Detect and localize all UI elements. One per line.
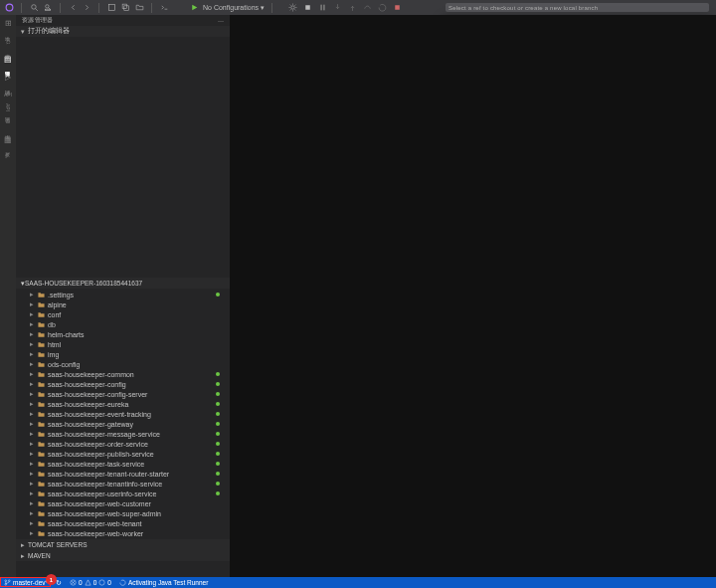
background-task[interactable]: Activating Java Test Runner	[115, 577, 212, 588]
tree-item-label: helm-charts	[48, 331, 85, 338]
extensions-icon[interactable]: ▦	[2, 133, 14, 145]
folder-icon	[37, 350, 45, 358]
quick-input[interactable]: Select a ref to checkout or create a new…	[446, 3, 709, 12]
folder-icon	[37, 509, 45, 517]
tree-item[interactable]: ▸saas-housekeeper-task-service	[16, 459, 230, 469]
svg-point-21	[99, 580, 104, 585]
tree-item[interactable]: ▸helm-charts	[16, 329, 230, 339]
stop-icon[interactable]	[302, 3, 312, 13]
tree-item-label: img	[48, 351, 59, 358]
tree-item[interactable]: ▸saas-housekeeper-gateway	[16, 419, 230, 429]
save-all-icon[interactable]	[120, 3, 130, 13]
toolbar: No Configurations ▾ Select a ref to chec…	[0, 0, 716, 15]
section-maven[interactable]: ▸ MAVEN	[16, 550, 230, 561]
restart-icon[interactable]	[377, 3, 387, 13]
git-modified-dot	[216, 412, 220, 416]
logo-icon[interactable]	[4, 3, 14, 13]
chevron-down-icon: ▾	[21, 28, 28, 36]
step-into-icon[interactable]	[332, 3, 342, 13]
tree-item[interactable]: ▸db	[16, 319, 230, 329]
apps-icon[interactable]: ⊞	[2, 17, 14, 29]
chevron-right-icon: ▸	[30, 400, 37, 408]
section-tomcat[interactable]: ▸ TOMCAT SERVERS	[16, 539, 230, 550]
debug-icon[interactable]: ▷	[2, 71, 14, 83]
tree-item[interactable]: ▸saas-housekeeper-order-service	[16, 439, 230, 449]
tree-item[interactable]: ▸saas-housekeeper-tenant-router-starter	[16, 469, 230, 479]
svg-rect-14	[395, 5, 400, 10]
tree-item[interactable]: ▸conf	[16, 309, 230, 319]
folder-open-icon[interactable]	[134, 3, 144, 13]
svg-marker-9	[192, 5, 197, 11]
tree-item[interactable]: ▸alpine	[16, 299, 230, 309]
tree-item[interactable]: ▸img	[16, 349, 230, 359]
chevron-right-icon: ▸	[30, 390, 37, 398]
tree-item[interactable]: ▸saas-housekeeper-userinfo-service	[16, 489, 230, 498]
git-modified-dot	[216, 452, 220, 456]
search-icon[interactable]	[29, 3, 39, 13]
folder-icon	[37, 300, 45, 308]
run-config-label: No Configurations	[203, 4, 259, 11]
search-in-files-icon[interactable]	[43, 3, 53, 13]
svg-rect-13	[323, 5, 325, 11]
undo-icon[interactable]	[68, 3, 78, 13]
folder-icon	[37, 460, 45, 468]
tree-item-label: db	[48, 321, 56, 328]
gear-icon[interactable]	[287, 3, 297, 13]
tree-item-label: saas-housekeeper-tenantinfo-service	[48, 481, 162, 488]
tree-item-label: saas-housekeeper-web-tenant	[48, 520, 142, 527]
git-modified-dot	[216, 382, 220, 386]
terminate-icon[interactable]	[392, 3, 402, 13]
terminal-icon[interactable]	[159, 3, 169, 13]
git-modified-dot	[216, 392, 220, 396]
tree-item[interactable]: ▸saas-housekeeper-web-customer	[16, 498, 230, 508]
tree-item[interactable]: ▸saas-housekeeper-config-server	[16, 389, 230, 399]
more-icon[interactable]: ⋯	[218, 17, 224, 24]
outline-icon[interactable]: ≡	[2, 115, 14, 127]
tree-item[interactable]: ▸saas-housekeeper-publish-service	[16, 449, 230, 459]
tree-item-label: ods-config	[48, 361, 80, 368]
problems-button[interactable]: 0 0 0	[66, 577, 115, 588]
explorer-panel: 资源管理器 ⋯ ▾ 打开的编辑器 ▾ SAAS-HOUSEKEEPER-1603…	[16, 15, 230, 577]
step-pause-icon[interactable]	[317, 3, 327, 13]
tree-item[interactable]: ▸saas-housekeeper-eureka	[16, 399, 230, 409]
search-icon[interactable]: ⌕	[2, 35, 14, 47]
tree-item[interactable]: ▸saas-housekeeper-web-worker	[16, 528, 230, 538]
tree-item-label: saas-housekeeper-web-super-admin	[48, 510, 161, 517]
folder-icon	[37, 400, 45, 408]
svg-rect-7	[122, 4, 127, 9]
folder-icon	[37, 420, 45, 428]
tree-item-label: saas-housekeeper-task-service	[48, 461, 144, 468]
step-over-icon[interactable]	[362, 3, 372, 13]
tree-item[interactable]: ▸saas-housekeeper-event-tracking	[16, 409, 230, 419]
play-icon[interactable]	[189, 3, 199, 13]
section-project[interactable]: ▾ SAAS-HOUSEKEEPER-1603185441637	[16, 278, 230, 289]
tree-item[interactable]: ▸.settings	[16, 290, 230, 299]
folder-icon	[37, 529, 45, 537]
tree-item[interactable]: ▸saas-housekeeper-web-super-admin	[16, 508, 230, 518]
tree-item[interactable]: ▸saas-housekeeper-config	[16, 379, 230, 389]
chevron-right-icon: ▸	[30, 310, 37, 318]
tree-item-label: saas-housekeeper-eureka	[48, 401, 128, 408]
svg-point-15	[5, 580, 7, 582]
folder-icon	[37, 310, 45, 318]
tree-item[interactable]: ▸saas-housekeeper-common	[16, 369, 230, 379]
explorer-icon[interactable]: ▤	[2, 53, 14, 65]
redo-icon[interactable]	[82, 3, 91, 13]
tree-item[interactable]: ▸saas-housekeeper-web-tenant	[16, 518, 230, 528]
tree-item[interactable]: ▸saas-housekeeper-tenantinfo-service	[16, 479, 230, 489]
tree-item-label: saas-housekeeper-web-customer	[48, 500, 151, 507]
step-out-icon[interactable]	[347, 3, 357, 13]
api-icon[interactable]: API	[2, 89, 14, 100]
activity-bar: ⊞ 本地 ⌕ 搜索 ▤ 资源管理器 ▷ 调试 API API 测试 ≡ 大纲 ▦…	[0, 15, 16, 577]
folder-icon	[37, 499, 45, 507]
save-icon[interactable]	[106, 3, 116, 13]
chevron-right-icon: ▸	[30, 320, 37, 328]
branch-button[interactable]: master-dev*	[0, 577, 52, 588]
tree-item-label: saas-housekeeper-message-service	[48, 431, 160, 438]
run-config-selector[interactable]: No Configurations ▾	[203, 4, 265, 12]
section-open-editors[interactable]: ▾ 打开的编辑器	[16, 26, 230, 37]
tree-item[interactable]: ▸html	[16, 339, 230, 349]
tree-item[interactable]: ▸ods-config	[16, 359, 230, 369]
svg-rect-11	[305, 5, 310, 10]
tree-item[interactable]: ▸saas-housekeeper-message-service	[16, 429, 230, 439]
